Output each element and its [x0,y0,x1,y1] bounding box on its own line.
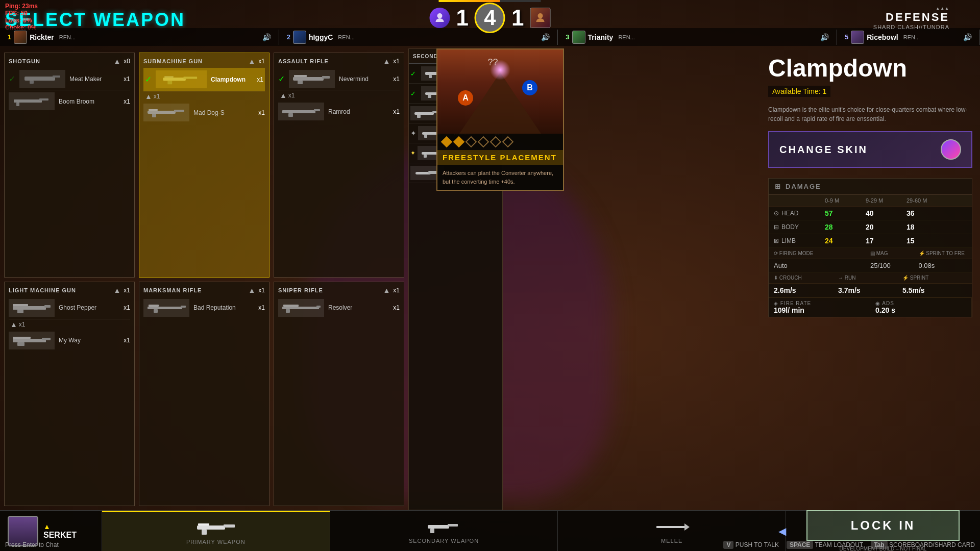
push-to-talk-shortcut: V PUSH TO TALK [723,541,779,548]
weapon-category-shotgun[interactable]: SHOTGUN ▲ x0 ✓ Meat Maker x1 Boom Broom [4,53,135,278]
marksman-nav-up[interactable]: ▲ [247,286,257,294]
svg-rect-22 [288,113,293,117]
lmg-expand[interactable]: ▲ [9,320,19,329]
svg-rect-14 [152,114,156,117]
diamond5 [490,136,502,148]
weapon-item-resolver[interactable]: Resolver x1 [278,297,400,319]
warning-icon: ▲ [43,522,77,531]
popup-title: FREESTYLE PLACEMENT [437,150,563,165]
freestyle-popup: ?? A B FREESTYLE PLACEMENT Attackers can… [436,48,564,191]
right-panel: Clampdown Available Time: 1 Clampdown is… [761,48,980,510]
team1-icon [430,8,450,28]
secondary-blaster-star: ✦ [410,129,418,137]
weapon-item-bad-reputation[interactable]: Bad Reputation x1 [143,297,265,319]
svg-rect-10 [167,81,172,84]
current-round: 4 [475,3,505,33]
weapon-item-ghost-pepper[interactable]: Ghost Pepper x1 [9,297,130,319]
skin-preview-icon [941,139,961,160]
svg-rect-20 [282,110,315,113]
diamond3 [465,136,477,148]
svg-rect-5 [14,99,42,103]
svg-rect-32 [181,306,186,308]
shortcuts-bar: V PUSH TO TALK SPACE TEAM LOADOUT Tab SC… [723,541,975,548]
bottom-slot-secondary[interactable]: SECONDARY WEAPON [330,511,558,551]
weapon-category-sniper[interactable]: SNIPER RIFLE ▲ x1 Resolver x1 [274,282,404,507]
run-icon: → [838,275,843,281]
diamond4 [478,136,489,148]
weapon-img-nevermind [289,70,335,88]
player1-avatar [14,31,27,44]
smg-expand[interactable]: ▲ [143,92,154,101]
help-text: Press Enter to Chat [5,541,59,548]
svg-rect-12 [148,111,176,114]
player1-sound-icon[interactable]: 🔊 [262,33,271,41]
mag-icon: ▤ [870,251,875,256]
player3-sound-icon[interactable]: 🔊 [820,33,829,41]
weapon-img-ramrod [278,103,324,120]
smg-nav-up[interactable]: ▲ [247,57,257,65]
weapon-item-my-way[interactable]: My Way x1 [9,330,130,352]
damage-row-body: ⊟ BODY 28 20 18 [769,220,972,234]
svg-rect-13 [174,110,184,112]
weapon-category-marksman[interactable]: MARKSMAN RIFLE ▲ x1 Bad Reputation x1 [139,282,270,507]
bottom-slot-primary[interactable]: PRIMARY WEAPON [102,511,330,551]
damage-icon: ⊞ [775,183,781,190]
svg-rect-3 [53,76,60,78]
shotgun-nav-up[interactable]: ▲ [112,57,122,65]
player3-avatar [572,31,585,44]
weapon-img-bad-reputation [143,299,189,317]
svg-rect-61 [448,524,458,527]
weapon-item-nevermind[interactable]: ✓ Nevermind x1 [278,68,400,90]
weapon-item-meat-maker[interactable]: ✓ Meat Maker x1 [9,68,130,90]
svg-rect-59 [198,523,209,525]
sprint-fire-icon: ⚡ [919,251,925,256]
weapon-img-ghost-pepper [9,299,55,317]
weapon-img-clampdown [156,70,207,88]
player2-sound-icon[interactable]: 🔊 [541,33,550,41]
firing-mode-header: ⟳ FIRING MODE ▤ MAG ⚡ SPRINT TO FRE [769,248,972,259]
ads-icon: ◉ [875,300,880,306]
diamond6 [502,136,514,148]
diamond2 [453,136,465,148]
ar-nav-up[interactable]: ▲ [381,57,391,65]
performance-stats: Ping: 23ms FPS: 59 Loss: 0% Choke: 0% [5,3,38,31]
weapon-item-ramrod[interactable]: Ramrod x1 [278,101,400,122]
weapon-description: Clampdown is the elite unit's choice for… [768,105,972,123]
fire-rate-icon: ◈ [774,300,778,306]
lock-in-arrow: ◀ [778,525,786,537]
player4-sound-icon[interactable]: 🔊 [963,33,972,41]
svg-rect-11 [164,76,174,78]
player-1: 1 Rickter REN... 🔊 [0,30,279,45]
svg-rect-26 [13,304,28,306]
sniper-nav-up[interactable]: ▲ [381,286,391,294]
ar-expand[interactable]: ▲ [278,91,288,99]
team-loadout-shortcut: SPACE TEAM LOADOUT [787,541,863,548]
svg-rect-34 [149,305,159,307]
scoreboard-shortcut: Tab SCOREBOARD/SHARD CARD [871,541,975,548]
weapon-category-ar[interactable]: ASSAULT RIFLE ▲ x1 ✓ Nevermind x1 ▲ x1 [274,53,404,278]
weapon-grid: SHOTGUN ▲ x0 ✓ Meat Maker x1 Boom Broom [0,48,408,510]
lock-in-button[interactable]: LOCK IN [806,510,960,541]
available-time: Available Time: 1 [768,86,972,101]
character-name-area: ▲ SERKET [43,522,77,540]
player2-avatar [293,31,306,44]
team2-score: 1 [511,5,524,31]
weapon-item-boom-broom[interactable]: Boom Broom x1 [9,90,130,112]
svg-rect-9 [183,77,197,79]
svg-rect-44 [428,95,431,98]
weapon-item-mad-dog-s[interactable]: Mad Dog-S x1 [143,102,265,123]
svg-rect-29 [17,342,24,346]
fire-rate-stats: ◈ FIRE RATE 109l/ min ◉ ADS 0.20 s [769,297,972,317]
svg-rect-25 [17,310,23,313]
lmg-nav-up[interactable]: ▲ [112,286,122,294]
svg-rect-33 [154,309,158,313]
change-skin-button[interactable]: CHANGE SKIN [768,131,972,168]
damage-row-limb: ⊠ LIMB 24 17 15 [769,234,972,248]
weapon-category-lmg[interactable]: LIGHT MACHINE GUN ▲ x1 Ghost Pepper x1 ▲… [4,282,135,507]
svg-rect-62 [430,529,434,533]
weapon-category-smg[interactable]: SUBMACHINE GUN ▲ x1 ✓ Clampdown x1 ▲ x1 [139,53,270,278]
weapon-item-clampdown[interactable]: ✓ Clampdown x1 [143,68,265,91]
svg-rect-57 [224,524,235,528]
objective-a-icon: A [458,90,473,106]
svg-rect-21 [314,109,320,111]
